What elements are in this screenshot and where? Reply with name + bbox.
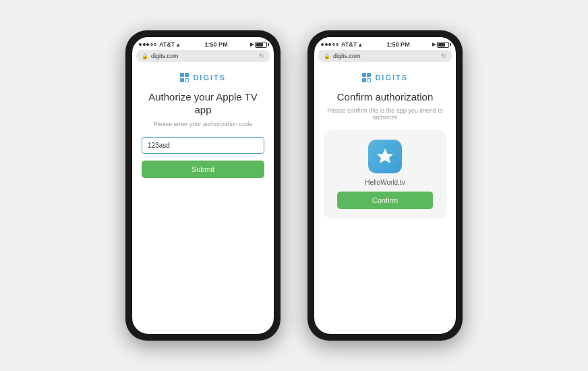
signal-icon — [139, 43, 156, 46]
status-left-2: AT&T ▲ — [321, 41, 364, 48]
status-right-2: ▶ — [432, 42, 449, 48]
phone-2: AT&T ▲ 1:50 PM ▶ 🔒 digits.com ↻ — [307, 30, 463, 341]
grid-tr-1 — [185, 73, 189, 77]
grid-tl-1 — [180, 73, 184, 77]
address-bar-2[interactable]: 🔒 digits.com ↻ — [318, 50, 452, 62]
digits-brand-2: DIGITS — [375, 74, 408, 82]
carrier-label-1: AT&T — [159, 41, 175, 48]
app-card: HelloWorld.tv Confirm — [324, 130, 446, 219]
digits-grid-icon-1 — [180, 73, 189, 82]
time-1: 1:50 PM — [205, 41, 228, 48]
grid-tr-2 — [367, 73, 371, 77]
grid-tl-2 — [362, 73, 366, 77]
screen-content-2: DIGITS Confirm authorization Please conf… — [314, 65, 456, 334]
refresh-icon-1[interactable]: ↻ — [259, 53, 264, 59]
dot4-2 — [332, 43, 335, 46]
url-1: digits.com — [151, 53, 179, 59]
svg-marker-0 — [377, 148, 393, 163]
grid-bl-1 — [180, 78, 184, 82]
dot5-2 — [336, 43, 339, 46]
grid-br-1 — [185, 78, 189, 82]
battery-icon-2 — [437, 42, 449, 48]
wifi-icon-2: ▲ — [357, 42, 363, 48]
signal-bars-icon-2: ▶ — [432, 42, 436, 47]
dot2-2 — [325, 43, 328, 46]
status-bar-2: AT&T ▲ 1:50 PM ▶ — [314, 37, 456, 50]
battery-fill-2 — [438, 43, 445, 47]
confirm-title: Confirm authorization — [337, 90, 434, 104]
dot1 — [139, 43, 142, 46]
status-left-1: AT&T ▲ — [139, 41, 182, 48]
phone-1-screen: AT&T ▲ 1:50 PM ▶ 🔒 digits.com ↻ — [132, 37, 274, 334]
auth-subtitle: Please enter your authorization code — [154, 121, 253, 127]
confirm-subtitle: Please confirm this is the app you inten… — [324, 107, 446, 121]
star-icon — [376, 147, 394, 166]
carrier-label-2: AT&T — [341, 41, 357, 48]
lock-icon-1: 🔒 — [142, 53, 148, 59]
app-icon — [368, 140, 402, 173]
address-bar-1[interactable]: 🔒 digits.com ↻ — [136, 50, 270, 62]
auth-title: Authorize your Apple TV app — [142, 90, 264, 117]
refresh-icon-2[interactable]: ↻ — [441, 53, 446, 59]
grid-br-2 — [367, 78, 371, 82]
dot3 — [146, 43, 149, 46]
digits-logo-2: DIGITS — [362, 73, 408, 82]
phone-1: AT&T ▲ 1:50 PM ▶ 🔒 digits.com ↻ — [125, 30, 281, 341]
dot1-2 — [321, 43, 324, 46]
time-2: 1:50 PM — [387, 41, 410, 48]
grid-bl-2 — [362, 78, 366, 82]
screen-content-1: DIGITS Authorize your Apple TV app Pleas… — [132, 65, 274, 334]
wifi-icon-1: ▲ — [175, 42, 181, 48]
dot4 — [150, 43, 153, 46]
lock-icon-2: 🔒 — [324, 53, 330, 59]
signal-bars-icon: ▶ — [250, 42, 254, 47]
dot5 — [154, 43, 156, 46]
dot2 — [143, 43, 146, 46]
status-right-1: ▶ — [250, 42, 267, 48]
digits-logo-1: DIGITS — [180, 73, 226, 82]
battery-fill-1 — [256, 43, 263, 47]
dot3-2 — [328, 43, 331, 46]
digits-brand-1: DIGITS — [193, 74, 226, 82]
digits-grid-icon-2 — [362, 73, 372, 82]
battery-icon-1 — [255, 42, 267, 48]
app-name-label: HelloWorld.tv — [365, 179, 405, 186]
phone-2-screen: AT&T ▲ 1:50 PM ▶ 🔒 digits.com ↻ — [314, 37, 456, 334]
submit-button[interactable]: Submit — [142, 161, 264, 178]
signal-icon-2 — [321, 43, 339, 46]
auth-code-input[interactable] — [142, 137, 264, 154]
status-bar-1: AT&T ▲ 1:50 PM ▶ — [132, 37, 274, 50]
confirm-button[interactable]: Confirm — [337, 192, 433, 209]
url-2: digits.com — [333, 53, 361, 59]
